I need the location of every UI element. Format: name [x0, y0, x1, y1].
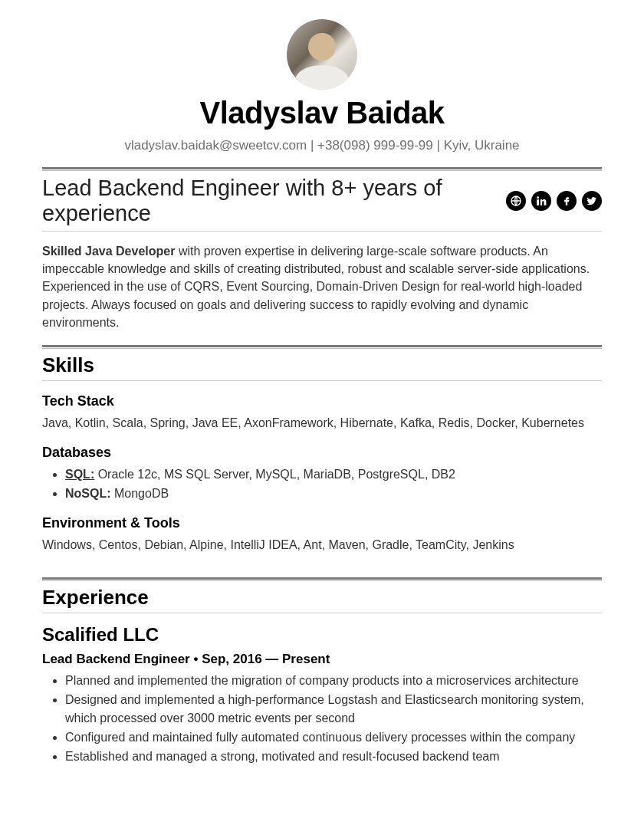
divider	[42, 167, 602, 171]
header: Vladyslav Baidak vladyslav.baidak@sweetc…	[42, 19, 602, 153]
env-tools-title: Environment & Tools	[42, 515, 602, 531]
facebook-icon[interactable]	[557, 191, 577, 211]
tech-stack-title: Tech Stack	[42, 393, 602, 409]
nosql-content: MongoDB	[111, 487, 169, 500]
databases-list: SQL: Oracle 12c, MS SQL Server, MySQL, M…	[42, 465, 602, 503]
list-item: Established and managed a strong, motiva…	[65, 748, 602, 766]
list-item: Planned and implemented the migration of…	[65, 672, 602, 690]
location: Kyiv, Ukraine	[444, 138, 520, 153]
thin-divider	[42, 231, 602, 232]
svg-rect-1	[537, 199, 539, 205]
svg-point-2	[537, 196, 539, 199]
globe-icon[interactable]	[506, 191, 526, 211]
phone[interactable]: +38(098) 999-99-99	[317, 138, 433, 153]
social-links	[506, 191, 602, 211]
list-item: Designed and implemented a high-performa…	[65, 691, 602, 728]
tech-stack-content: Java, Kotlin, Scala, Spring, Java EE, Ax…	[42, 414, 602, 432]
list-item: NoSQL: MongoDB	[65, 485, 602, 503]
name: Vladyslav Baidak	[42, 96, 602, 130]
avatar	[287, 19, 357, 90]
list-item: Configured and maintained fully automate…	[65, 728, 602, 747]
separator: •	[190, 652, 202, 666]
headline-row: Lead Backend Engineer with 8+ years of e…	[42, 176, 602, 226]
list-item: SQL: Oracle 12c, MS SQL Server, MySQL, M…	[65, 465, 602, 484]
company-name: Scalified LLC	[42, 624, 602, 646]
position: Lead Backend Engineer	[42, 652, 190, 666]
env-tools-content: Windows, Centos, Debian, Alpine, Intelli…	[42, 536, 602, 554]
summary: Skilled Java Developer with proven exper…	[42, 242, 602, 331]
linkedin-icon[interactable]	[531, 191, 551, 211]
experience-title: Experience	[42, 586, 602, 610]
headline: Lead Backend Engineer with 8+ years of e…	[42, 176, 506, 226]
thin-divider	[42, 380, 602, 381]
databases-title: Databases	[42, 445, 602, 461]
summary-lead: Skilled Java Developer	[42, 245, 175, 258]
sql-label: SQL:	[65, 468, 94, 481]
position-line: Lead Backend Engineer • Sep, 2016 — Pres…	[42, 652, 602, 667]
divider	[42, 577, 602, 581]
experience-bullets: Planned and implemented the migration of…	[42, 672, 602, 766]
dates: Sep, 2016 — Present	[202, 652, 330, 666]
twitter-icon[interactable]	[582, 191, 602, 211]
contact-line: vladyslav.baidak@sweetcv.com | +38(098) …	[42, 138, 602, 153]
nosql-label: NoSQL:	[65, 487, 111, 500]
sql-content: Oracle 12c, MS SQL Server, MySQL, MariaD…	[94, 468, 455, 481]
skills-title: Skills	[42, 353, 602, 377]
divider	[42, 345, 602, 349]
thin-divider	[42, 613, 602, 613]
email[interactable]: vladyslav.baidak@sweetcv.com	[124, 138, 307, 153]
